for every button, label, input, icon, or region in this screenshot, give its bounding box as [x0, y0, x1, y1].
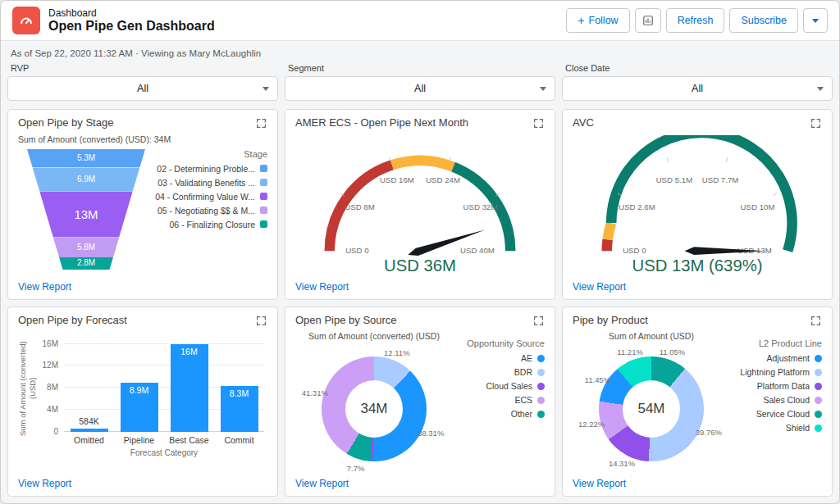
stage-legend: Stage02 - Determining Proble...03 - Vali…: [143, 148, 267, 281]
legend-item[interactable]: 06 - Finalizing Closure: [170, 220, 267, 229]
legend-color-chip: [815, 369, 822, 376]
widget-title: Pipe by Product: [573, 314, 648, 328]
legend-item[interactable]: Platform Data: [757, 381, 822, 391]
legend-item-label: Service Cloud: [756, 409, 810, 419]
legend-item[interactable]: ECS: [514, 395, 545, 405]
follow-button[interactable]: + Follow: [566, 8, 629, 33]
x-category-label: Best Case: [164, 435, 214, 445]
slice-percent-label: 12.22%: [578, 419, 605, 428]
legend-item-label: Cloud Sales: [486, 381, 532, 391]
view-report-link[interactable]: View Report: [573, 478, 822, 489]
bar-omitted[interactable]: 584K: [71, 429, 108, 432]
gauge-tick-label: USD 8M: [345, 202, 375, 211]
widget-amer-ecs-open-pipe: AMER ECS - Open Pipe Next Month USD 0USD…: [285, 109, 555, 300]
legend-item[interactable]: Service Cloud: [756, 409, 822, 419]
legend-color-chip: [260, 179, 267, 186]
gauge-tick-label: USD 7.7M: [702, 175, 739, 184]
funnel-segment-label: 13M: [74, 208, 98, 220]
widget-open-pipe-by-stage: Open Pipe by Stage Sum of Amount (conver…: [7, 109, 278, 300]
chevron-down-icon: [812, 19, 819, 23]
legend-item[interactable]: BDR: [514, 367, 545, 377]
donut-ring[interactable]: 54M: [599, 356, 704, 461]
expand-icon[interactable]: [533, 117, 545, 129]
funnel-segment[interactable]: 6.9M: [25, 167, 148, 191]
legend-item[interactable]: Cloud Sales: [486, 381, 545, 391]
view-report-link[interactable]: View Report: [295, 478, 545, 489]
expand-icon[interactable]: [533, 315, 545, 326]
legend-item[interactable]: Sales Cloud: [763, 395, 822, 405]
legend-item-label: 05 - Negotiating $$ & M...: [158, 206, 255, 216]
donut-chart: 34M12.11%38.31%7.7%41.31%: [294, 344, 454, 474]
close-date-filter-select[interactable]: All: [562, 76, 833, 101]
funnel-segment[interactable]: 5.8M: [25, 237, 148, 257]
legend-item[interactable]: Other: [511, 409, 545, 419]
chart-icon-button[interactable]: [635, 8, 661, 33]
widget-title: Open Pipe by Stage: [18, 116, 113, 130]
bar-commit[interactable]: 8.3M: [221, 386, 258, 432]
widget-open-pipe-by-source: Open Pipe by Source Sum of Amount (conve…: [285, 306, 555, 497]
widget-title: AVC: [573, 116, 594, 130]
expand-icon[interactable]: [256, 315, 267, 326]
funnel-segment-label: 2.8M: [77, 259, 95, 267]
slice-percent-label: 11.45%: [585, 375, 611, 384]
filter-close-date: Close Date All: [562, 63, 833, 101]
x-category-label: Omitted: [64, 435, 114, 445]
slice-percent-label: 41.31%: [302, 388, 328, 397]
legend-item[interactable]: AE: [521, 353, 545, 363]
view-report-link[interactable]: View Report: [18, 478, 267, 489]
chart-icon: [642, 15, 654, 26]
funnel-segment[interactable]: 5.3M: [25, 149, 148, 168]
expand-icon[interactable]: [256, 117, 267, 129]
filter-rvp: RVP All: [7, 63, 278, 101]
funnel-segment[interactable]: 13M: [25, 192, 148, 237]
chevron-down-icon: [817, 87, 824, 91]
expand-icon[interactable]: [810, 315, 822, 326]
legend-item-label: 04 - Confirming Value W...: [155, 192, 255, 202]
legend-item[interactable]: 03 - Validating Benefits ...: [158, 178, 267, 188]
gauge-chart[interactable]: USD 0USD 2.6MUSD 5.1MUSD 7.7MUSD 10MUSD …: [573, 132, 822, 281]
legend-color-chip: [815, 397, 822, 404]
gauge-value-label: USD 36M: [384, 257, 456, 275]
bar-value-label: 16M: [180, 347, 197, 356]
legend-color-chip: [815, 425, 822, 432]
bar-pipeline[interactable]: 8.9M: [121, 383, 158, 432]
view-report-link[interactable]: View Report: [18, 281, 267, 293]
slice-percent-label: 11.21%: [617, 347, 643, 356]
view-report-link[interactable]: View Report: [573, 281, 822, 293]
gauge-chart[interactable]: USD 0USD 8MUSD 16MUSD 24MUSD 32MUSD 40MU…: [295, 132, 545, 281]
slice-percent-label: 14.31%: [609, 459, 635, 468]
rvp-filter-select[interactable]: All: [7, 76, 278, 101]
widget-pipe-by-product: Pipe by Product Sum of Amount (USD) 54M1…: [562, 306, 833, 497]
y-tick-label: 0: [53, 428, 58, 436]
subscribe-button[interactable]: Subscribe: [729, 8, 798, 33]
segment-filter-select[interactable]: All: [285, 76, 555, 101]
donut-ring[interactable]: 34M: [322, 356, 427, 461]
legend-item-label: Other: [511, 409, 532, 419]
y-tick-label: 4M: [47, 406, 58, 414]
legend-item[interactable]: 05 - Negotiating $$ & M...: [158, 206, 267, 216]
gauge-svg: USD 0USD 8MUSD 16MUSD 24MUSD 32MUSD 40MU…: [301, 135, 539, 278]
legend-item[interactable]: 04 - Confirming Value W...: [155, 192, 267, 202]
slice-percent-label: 38.31%: [418, 429, 444, 438]
y-axis-title: Sum of Amount (converted) (USD): [18, 335, 39, 442]
gauge-tick-label: USD 2.6M: [619, 202, 655, 211]
chart-subtitle: Sum of Amount (USD): [573, 331, 730, 341]
legend-item[interactable]: Adjustment: [766, 353, 822, 363]
bar-value-label: 584K: [79, 416, 99, 426]
x-axis-ticks: OmittedPipelineBest CaseCommit: [64, 432, 267, 445]
view-report-link[interactable]: View Report: [295, 281, 545, 293]
bar-best-case[interactable]: 16M: [171, 344, 208, 433]
legend-item[interactable]: Shield: [786, 423, 822, 433]
legend-item-label: Adjustment: [766, 353, 810, 363]
refresh-button[interactable]: Refresh: [666, 8, 725, 33]
more-actions-button[interactable]: [803, 8, 828, 33]
legend-item[interactable]: 02 - Determining Proble...: [157, 164, 267, 174]
funnel-segment[interactable]: 2.8M: [25, 257, 148, 270]
bar-chart: Sum of Amount (converted) (USD) 04M8M12M…: [18, 329, 267, 478]
expand-icon[interactable]: [810, 117, 822, 129]
widget-title: AMER ECS - Open Pipe Next Month: [295, 116, 468, 130]
legend-color-chip: [260, 193, 267, 200]
y-tick-label: 12M: [43, 361, 58, 370]
legend-item[interactable]: Lightning Platform: [740, 367, 822, 377]
gauge-tick-mark: [667, 157, 669, 162]
